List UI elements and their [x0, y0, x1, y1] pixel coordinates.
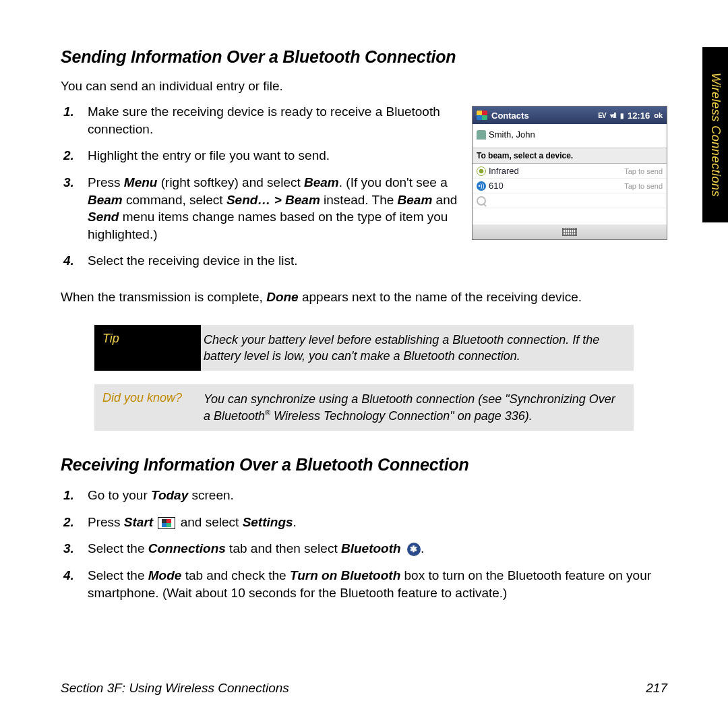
start-icon — [158, 517, 175, 529]
battery-icon: ▮ — [620, 112, 624, 119]
device-list: Infrared Tap to send •)) 610 Tap to send — [473, 164, 667, 224]
screenshot-titlebar: Contacts EV ▾ıll ▮ 12:16 ok — [473, 107, 667, 124]
page-footer: Section 3F: Using Wireless Connections 2… — [61, 681, 667, 696]
tip-text: Check your battery level before establis… — [201, 325, 634, 371]
signal-icon: ▾ıll — [610, 112, 616, 119]
section1-heading: Sending Information Over a Bluetooth Con… — [61, 47, 667, 67]
section1-after: When the transmission is complete, Done … — [61, 289, 667, 306]
side-tab: Wireless Connections — [702, 47, 728, 222]
device-row: Infrared Tap to send — [473, 164, 667, 179]
clock: 12:16 — [628, 111, 650, 121]
bluetooth-icon: ✱ — [407, 543, 421, 556]
section2-heading: Receiving Information Over a Bluetooth C… — [61, 455, 667, 475]
start-flag-icon — [477, 111, 487, 120]
s2-step-1: Go to your Today screen. — [88, 487, 667, 504]
tip-label: Tip — [94, 325, 201, 371]
s2-step-3: Select the Connections tab and then sele… — [88, 540, 667, 557]
dyk-label: Did you know? — [94, 384, 201, 431]
tip-callout: Tip Check your battery level before esta… — [94, 325, 634, 371]
s2-step-4: Select the Mode tab and check the Turn o… — [88, 567, 667, 601]
infrared-icon — [477, 166, 486, 176]
bluetooth-small-icon: •)) — [477, 181, 486, 191]
dyk-text: You can synchronize using a Bluetooth co… — [201, 384, 634, 431]
step-4: Select the receiving device in the list. — [88, 252, 458, 270]
screenshot-bottombar — [473, 224, 667, 239]
contact-field: Smith, John — [473, 124, 667, 148]
did-you-know-callout: Did you know? You can synchronize using … — [94, 384, 634, 431]
step-1: Make sure the receiving device is ready … — [88, 103, 458, 138]
keyboard-icon — [562, 228, 577, 236]
step-2: Highlight the entry or file you want to … — [88, 147, 458, 164]
search-icon — [477, 196, 486, 206]
s2-step-2: Press Start and select Settings. — [88, 514, 667, 531]
person-icon — [477, 130, 486, 140]
ok-button: ok — [654, 111, 663, 119]
contact-name: Smith, John — [489, 129, 535, 140]
footer-section: Section 3F: Using Wireless Connections — [61, 681, 289, 696]
page-number: 217 — [646, 681, 667, 696]
beam-label: To beam, select a device. — [473, 148, 667, 164]
device-screenshot: Contacts EV ▾ıll ▮ 12:16 ok Smith, John … — [472, 106, 667, 240]
device-row-searching — [473, 193, 667, 208]
screenshot-title: Contacts — [491, 111, 529, 121]
side-tab-label: Wireless Connections — [708, 73, 723, 197]
ev-indicator: EV — [598, 112, 605, 119]
device-row: •)) 610 Tap to send — [473, 179, 667, 193]
step-3: Press Menu (right softkey) and select Be… — [88, 174, 458, 243]
section1-intro: You can send an individual entry or file… — [61, 79, 667, 94]
